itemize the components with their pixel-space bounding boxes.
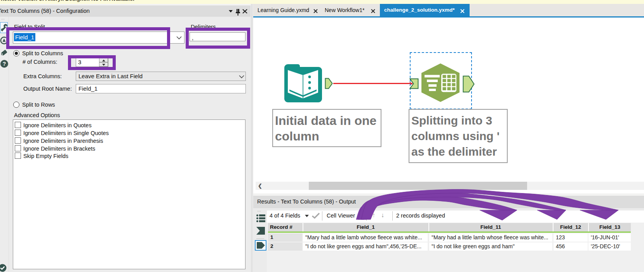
svg-text:?: ? [3,61,6,67]
